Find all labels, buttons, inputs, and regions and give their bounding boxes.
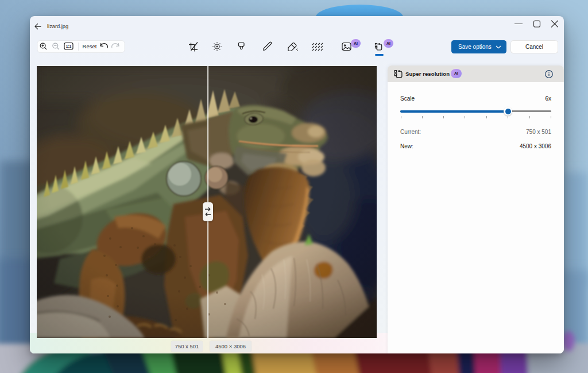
svg-text:lizard.jpg: lizard.jpg <box>47 24 68 29</box>
svg-text:1:1: 1:1 <box>66 44 72 48</box>
svg-text:Reset: Reset <box>83 43 97 49</box>
